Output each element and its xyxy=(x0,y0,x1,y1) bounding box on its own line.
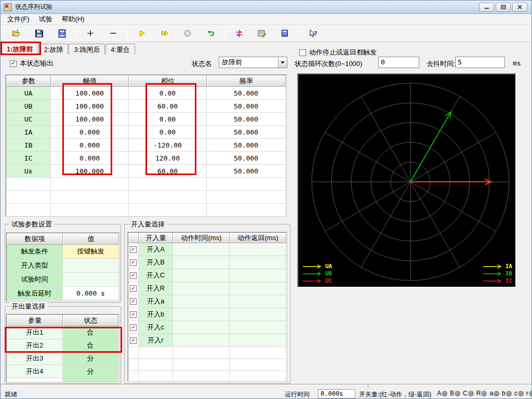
title-bar: 状态序列试验 xyxy=(1,1,531,14)
stop-icon[interactable] xyxy=(181,26,194,40)
add-state-icon[interactable] xyxy=(84,26,97,40)
phasor-plot xyxy=(298,74,515,287)
tab-state-3[interactable]: 3:跳闸后 xyxy=(69,44,105,55)
act-time-cell[interactable] xyxy=(173,243,230,256)
sync-output-icon[interactable] xyxy=(232,26,246,40)
frequency-cell[interactable]: 50.000 xyxy=(207,113,286,126)
phase-cell[interactable]: 0.00 xyxy=(129,87,207,100)
amplitude-cell[interactable]: 100.000 xyxy=(51,165,129,178)
col-header-phase: 相位 xyxy=(129,75,207,87)
act-time-cell[interactable] xyxy=(173,256,230,269)
tab-state-2[interactable]: 2:故障 xyxy=(39,44,69,55)
act-return-cell[interactable] xyxy=(230,243,286,256)
run-icon[interactable] xyxy=(135,26,149,40)
act-return-cell[interactable] xyxy=(230,334,286,347)
amplitude-cell[interactable]: 100.000 xyxy=(51,100,129,113)
dataitem-value[interactable] xyxy=(63,273,119,287)
act-time-cell[interactable] xyxy=(173,282,230,295)
frequency-cell[interactable]: 50.000 xyxy=(207,139,286,152)
act-time-cell[interactable] xyxy=(173,269,230,282)
amplitude-cell[interactable]: 100.000 xyxy=(51,113,129,126)
act-return-cell[interactable] xyxy=(230,321,286,334)
menu-help[interactable]: 帮助(H) xyxy=(57,14,89,25)
act-return-cell[interactable] xyxy=(230,295,286,308)
phase-cell[interactable]: 0.00 xyxy=(129,113,207,126)
phasor-chart-panel: UA UB UC IA IB IC xyxy=(297,73,516,288)
tab-state-4[interactable]: 4:重合 xyxy=(105,44,135,55)
report-icon[interactable] xyxy=(255,26,269,40)
table-row: 开入r xyxy=(128,334,286,347)
table-row: 试验时间 xyxy=(7,273,119,287)
input-enable-checkbox[interactable] xyxy=(130,259,137,266)
frequency-cell[interactable]: 50.000 xyxy=(207,100,286,113)
input-enable-checkbox[interactable] xyxy=(130,246,137,253)
state-output-checkbox-box[interactable] xyxy=(10,60,17,67)
table-row: UB 100.000 60.00 50.000 xyxy=(6,100,286,113)
loop-count-input[interactable]: 0 xyxy=(378,57,419,68)
output-state[interactable]: 合 xyxy=(63,326,118,339)
frequency-cell[interactable]: 50.000 xyxy=(207,126,286,139)
phase-cell[interactable]: -120.00 xyxy=(129,139,207,152)
state-output-checkbox[interactable]: 本状态输出 xyxy=(10,59,54,68)
led-b: b xyxy=(502,390,512,397)
act-time-cell[interactable] xyxy=(173,334,230,347)
act-return-cell[interactable] xyxy=(230,308,286,321)
debounce-input[interactable]: 5 xyxy=(455,57,505,68)
phase-cell[interactable]: 0.00 xyxy=(129,126,207,139)
input-enable-checkbox[interactable] xyxy=(130,311,137,318)
toolbar-separator xyxy=(127,27,128,39)
output-state[interactable]: 分 xyxy=(63,365,118,378)
output-state[interactable]: 合 xyxy=(63,339,118,352)
remove-state-icon[interactable] xyxy=(107,26,120,40)
maximize-button[interactable] xyxy=(496,3,511,12)
act-time-cell[interactable] xyxy=(173,308,230,321)
undo-icon[interactable] xyxy=(204,26,217,40)
close-button[interactable] xyxy=(512,3,527,12)
both-trigger-checkbox-box[interactable] xyxy=(299,49,306,56)
input-enable-checkbox[interactable] xyxy=(130,272,137,279)
frequency-cell[interactable]: 50.000 xyxy=(207,87,286,100)
tab-state-1[interactable]: 1:故障前 xyxy=(2,42,38,55)
param-name: Ux xyxy=(6,165,51,178)
export-word-icon[interactable]: W xyxy=(55,26,69,40)
amplitude-cell[interactable]: 0.000 xyxy=(51,126,129,139)
both-trigger-checkbox[interactable]: 动作停止或返回都触发 xyxy=(299,48,377,57)
minimize-button[interactable] xyxy=(479,3,494,12)
input-enable-checkbox[interactable] xyxy=(130,298,137,305)
dataitem-value[interactable]: 0.000 s xyxy=(63,287,119,300)
debounce-label: 去抖时间: xyxy=(427,59,456,69)
context-help-icon[interactable]: ? xyxy=(307,26,320,40)
amplitude-cell[interactable]: 100.000 xyxy=(51,87,129,100)
act-time-cell[interactable] xyxy=(173,295,230,308)
frequency-cell[interactable]: 50.000 xyxy=(207,165,286,178)
test-params-table: 数据项 值 触发条件 按键触发 开入类型 试验时间 触发后延时 0.00 xyxy=(6,233,119,301)
menu-file[interactable]: 文件(F) xyxy=(3,14,34,25)
phase-cell[interactable]: 60.00 xyxy=(129,100,207,113)
act-time-cell[interactable] xyxy=(173,321,230,334)
menu-test[interactable]: 试验 xyxy=(34,14,57,25)
input-enable-checkbox[interactable] xyxy=(130,337,137,344)
run-fast-icon[interactable] xyxy=(158,26,171,40)
dataitem-value[interactable]: 按键触发 xyxy=(63,245,119,259)
calculator-icon[interactable] xyxy=(278,26,291,40)
act-return-cell[interactable] xyxy=(230,282,286,295)
dataitem-value[interactable] xyxy=(63,259,119,273)
state-name-value: 故障前 xyxy=(219,58,278,67)
act-return-cell[interactable] xyxy=(230,256,286,269)
phase-cell[interactable]: 120.00 xyxy=(129,152,207,165)
amplitude-cell[interactable]: 0.000 xyxy=(51,152,129,165)
chevron-down-icon[interactable] xyxy=(278,57,287,68)
input-enable-checkbox[interactable] xyxy=(130,324,137,331)
window-title: 状态序列试验 xyxy=(15,3,52,11)
state-name-select[interactable]: 故障前 xyxy=(219,57,287,68)
led-dot xyxy=(518,391,524,396)
amplitude-cell[interactable]: 0.000 xyxy=(51,139,129,152)
frequency-cell[interactable]: 50.000 xyxy=(207,152,286,165)
act-return-cell[interactable] xyxy=(230,269,286,282)
phase-cell[interactable]: 60.00 xyxy=(129,165,207,178)
table-row: 开出3 分 xyxy=(7,352,118,365)
save-file-icon[interactable] xyxy=(32,26,46,40)
input-enable-checkbox[interactable] xyxy=(130,285,137,292)
output-state[interactable]: 分 xyxy=(63,352,118,365)
open-file-icon[interactable] xyxy=(9,26,23,40)
